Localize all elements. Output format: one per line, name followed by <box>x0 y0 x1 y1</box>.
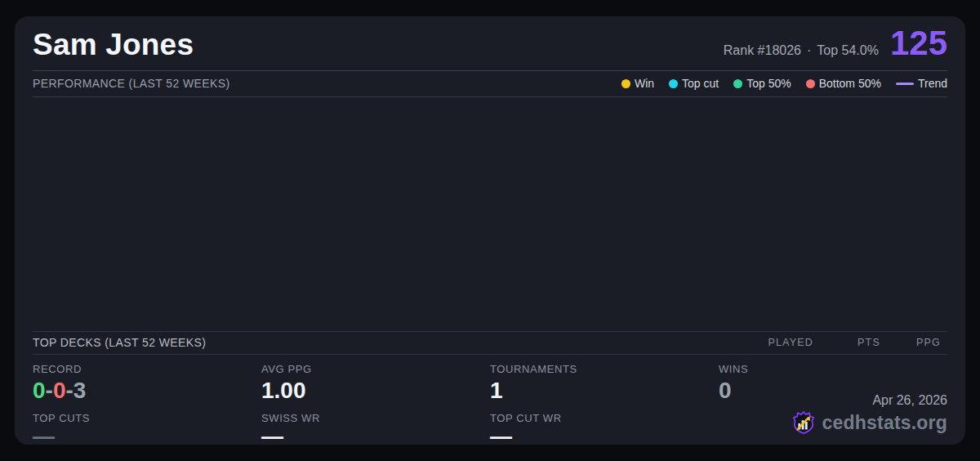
legend-item-trend: Trend <box>896 77 947 90</box>
win-dot-icon <box>621 79 630 88</box>
points-value: 125 <box>890 29 947 58</box>
performance-title: PERFORMANCE (LAST 52 WEEKS) <box>33 77 230 90</box>
stat-tournaments-label: TOURNAMENTS <box>490 363 719 375</box>
legend-item-top50: Top 50% <box>733 77 791 90</box>
performance-chart <box>33 97 947 331</box>
rank-label: Rank #18026 <box>724 43 801 57</box>
record-separator-1: - <box>46 378 53 403</box>
legend-label-win: Win <box>635 77 654 90</box>
legend-item-top-cut: Top cut <box>669 77 719 90</box>
card-header: Sam Jones Rank #18026·Top 54.0% 125 <box>33 16 947 71</box>
performance-section-header: PERFORMANCE (LAST 52 WEEKS) Win Top cut … <box>33 71 947 97</box>
legend-label-top-cut: Top cut <box>682 77 719 90</box>
stat-top-cut-wr-value: — <box>490 428 719 445</box>
stat-swiss-wr-value: — <box>261 428 490 445</box>
legend-item-bottom50: Bottom 50% <box>806 77 881 90</box>
stat-avg-ppg-label: AVG PPG <box>261 363 490 375</box>
trend-line-icon <box>896 83 914 85</box>
column-header-pts: PTS <box>813 337 880 348</box>
record-wins: 0 <box>33 378 46 403</box>
top50-dot-icon <box>733 79 742 88</box>
page-title: Sam Jones <box>33 28 724 62</box>
top-decks-section-header: TOP DECKS (LAST 52 WEEKS) PLAYED PTS PPG <box>33 331 947 355</box>
stat-record-label: RECORD <box>33 363 261 375</box>
stat-avg-ppg: AVG PPG 1.00 SWISS WR — <box>261 361 490 445</box>
stat-swiss-wr-label: SWISS WR <box>261 412 490 424</box>
date-label: Apr 26, 2026 <box>791 393 947 408</box>
bottom50-dot-icon <box>806 79 815 88</box>
record-separator-2: - <box>65 378 73 403</box>
top-cut-dot-icon <box>669 79 678 88</box>
top-decks-title: TOP DECKS (LAST 52 WEEKS) <box>33 336 746 349</box>
stat-record-value: 0-0-3 <box>33 378 261 402</box>
stat-tournaments-value: 1 <box>490 378 719 402</box>
stat-top-cut-wr-label: TOP CUT WR <box>490 412 719 424</box>
player-stats-card: Sam Jones Rank #18026·Top 54.0% 125 PERF… <box>15 16 965 445</box>
chart-legend: Win Top cut Top 50% Bottom 50% Trend <box>621 77 947 90</box>
stat-top-cuts-value: — <box>33 428 261 445</box>
brand-row: cedhstats.org <box>791 410 947 435</box>
rank-summary: Rank #18026·Top 54.0% <box>724 43 879 58</box>
record-draws: 3 <box>74 378 87 403</box>
record-losses: 0 <box>53 378 66 403</box>
brand-name: cedhstats.org <box>822 412 947 434</box>
column-header-ppg: PPG <box>880 337 947 348</box>
stat-wins-label: WINS <box>719 363 947 375</box>
rank-separator: · <box>807 43 811 57</box>
legend-label-top50: Top 50% <box>746 77 791 90</box>
column-header-played: PLAYED <box>746 337 813 348</box>
cedhstats-logo-icon <box>791 410 816 435</box>
stat-record: RECORD 0-0-3 TOP CUTS — <box>33 361 261 445</box>
legend-item-win: Win <box>621 77 654 90</box>
legend-label-trend: Trend <box>918 77 947 90</box>
stat-tournaments: TOURNAMENTS 1 TOP CUT WR — <box>490 361 719 445</box>
legend-label-bottom50: Bottom 50% <box>819 77 881 90</box>
stat-top-cuts-label: TOP CUTS <box>33 412 261 424</box>
top-percent-label: Top 54.0% <box>817 43 879 57</box>
card-footer: Apr 26, 2026 cedhstats.org <box>791 393 947 435</box>
stat-avg-ppg-value: 1.00 <box>261 378 490 402</box>
